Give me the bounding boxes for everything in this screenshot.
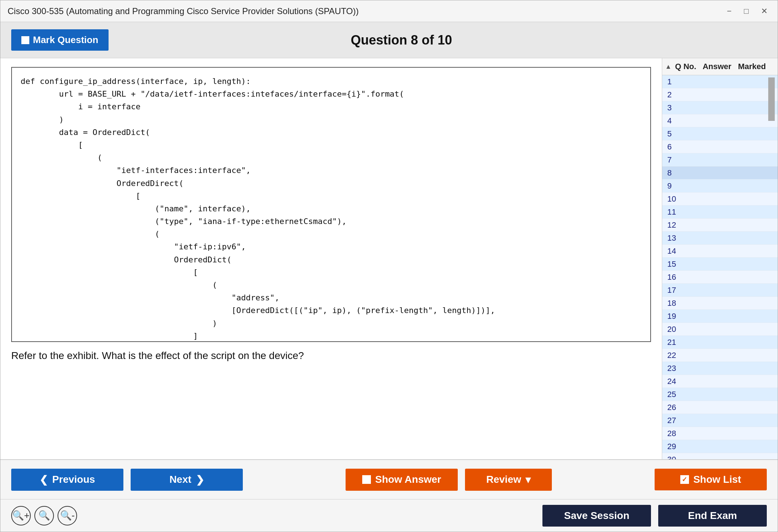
question-title: Question 8 of 10 [351,33,452,48]
end-exam-label: End Exam [688,510,737,521]
question-number: 19 [662,312,688,321]
list-item[interactable]: 27 [662,414,778,427]
list-item[interactable]: 29 [662,440,778,453]
question-number: 21 [662,338,688,347]
question-number: 18 [662,299,688,308]
question-number: 27 [662,416,688,425]
nav-left: Previous Next [11,469,243,491]
mark-question-label: Mark Question [33,34,98,46]
list-item[interactable]: 14 [662,245,778,258]
title-bar: Cisco 300-535 (Automating and Programmin… [0,0,778,22]
question-number: 12 [662,220,688,230]
list-item[interactable]: 24 [662,375,778,388]
zoom-controls: 🔍+ 🔍 🔍- [11,506,77,525]
scroll-up-icon: ▲ [665,63,672,71]
question-number: 7 [662,155,688,165]
previous-label: Previous [52,474,95,485]
chevron-right-icon [196,474,204,486]
question-number: 2 [662,90,688,100]
minimize-button[interactable]: − [724,5,735,17]
list-item[interactable]: 1 [662,75,778,88]
toolbar: Mark Question Question 8 of 10 [0,22,778,58]
list-item[interactable]: 22 [662,349,778,362]
show-list-checkbox-icon [680,475,689,484]
list-item[interactable]: 12 [662,219,778,232]
bottom-nav: Previous Next Show Answer Review Show Li… [0,459,778,499]
list-item[interactable]: 6 [662,140,778,153]
chevron-left-icon [39,474,48,486]
question-number: 3 [662,103,688,113]
list-item[interactable]: 2 [662,88,778,101]
scrollbar-thumb[interactable] [768,77,775,121]
col-marked-header: Marked [736,62,768,71]
list-item[interactable]: 26 [662,401,778,414]
list-item[interactable]: 17 [662,284,778,297]
list-item[interactable]: 20 [662,323,778,336]
zoom-bar: 🔍+ 🔍 🔍- Save Session End Exam [0,499,778,532]
show-list-button[interactable]: Show List [655,469,767,490]
question-number: 11 [662,207,688,217]
question-number: 24 [662,377,688,386]
list-item[interactable]: 15 [662,258,778,271]
question-list-header: ▲ Q No. Answer Marked [662,58,778,75]
question-number: 17 [662,286,688,295]
question-number: 10 [662,194,688,204]
question-number: 6 [662,142,688,152]
window-controls: − □ ✕ [724,5,770,17]
zoom-reset-button[interactable]: 🔍 [34,506,54,525]
question-number: 25 [662,390,688,399]
list-item[interactable]: 3 [662,101,778,114]
window-title: Cisco 300-535 (Automating and Programmin… [8,6,359,16]
save-session-label: Save Session [564,510,630,521]
list-item[interactable]: 9 [662,180,778,193]
list-item[interactable]: 10 [662,193,778,206]
question-number: 26 [662,403,688,412]
session-controls: Save Session End Exam [542,505,767,527]
question-number: 13 [662,233,688,243]
end-exam-button[interactable]: End Exam [658,505,767,527]
review-button[interactable]: Review [465,469,552,491]
zoom-out-button[interactable]: 🔍- [58,506,77,525]
list-item[interactable]: 11 [662,206,778,219]
list-item[interactable]: 8 [662,166,778,180]
show-answer-checkbox-icon [362,475,371,484]
chevron-down-icon [525,474,530,486]
list-item[interactable]: 28 [662,427,778,440]
question-number: 22 [662,351,688,360]
list-item[interactable]: 18 [662,297,778,310]
main-content: def configure_ip_address(interface, ip, … [0,58,778,459]
question-number: 1 [662,77,688,86]
code-block: def configure_ip_address(interface, ip, … [11,67,651,342]
show-answer-button[interactable]: Show Answer [346,469,458,491]
question-number: 8 [662,168,688,178]
show-answer-label: Show Answer [375,474,441,485]
app-window: Cisco 300-535 (Automating and Programmin… [0,0,778,532]
code-content: def configure_ip_address(interface, ip, … [21,75,642,342]
question-number: 23 [662,364,688,373]
question-number: 28 [662,429,688,438]
question-number: 29 [662,442,688,451]
previous-button[interactable]: Previous [11,469,123,491]
question-number: 9 [662,181,688,191]
list-item[interactable]: 16 [662,271,778,284]
list-item[interactable]: 5 [662,127,778,140]
list-item[interactable]: 19 [662,310,778,323]
zoom-in-button[interactable]: 🔍+ [11,506,31,525]
list-item[interactable]: 30 [662,453,778,459]
question-number: 30 [662,455,688,460]
list-item[interactable]: 21 [662,336,778,349]
list-item[interactable]: 13 [662,232,778,245]
question-number: 20 [662,325,688,334]
left-panel: def configure_ip_address(interface, ip, … [0,58,662,459]
list-item[interactable]: 25 [662,388,778,401]
review-label: Review [486,474,521,485]
save-session-button[interactable]: Save Session [542,505,651,527]
list-item[interactable]: 4 [662,114,778,127]
next-button[interactable]: Next [131,469,243,491]
list-item[interactable]: 23 [662,362,778,375]
maximize-button[interactable]: □ [741,5,752,17]
mark-question-button[interactable]: Mark Question [11,29,109,51]
nav-right: Show List [655,469,767,490]
list-item[interactable]: 7 [662,153,778,166]
close-button[interactable]: ✕ [758,5,770,17]
